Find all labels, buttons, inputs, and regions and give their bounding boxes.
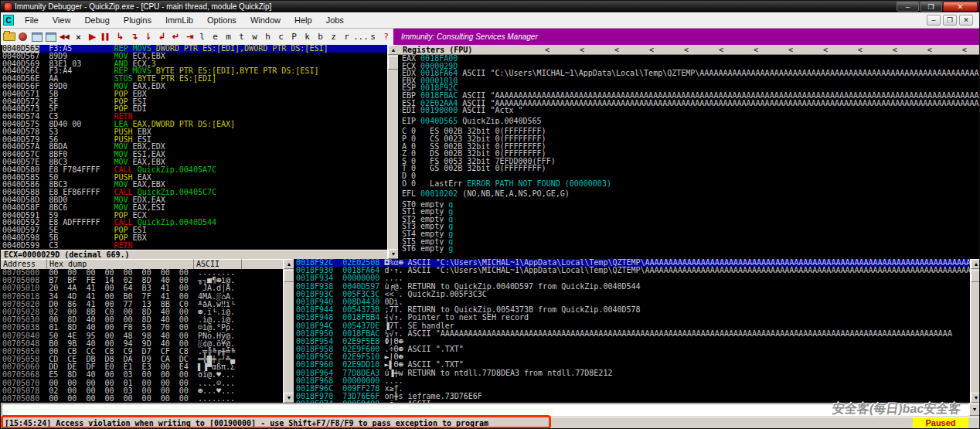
toolbar-letter-more[interactable]: ... bbox=[353, 32, 366, 42]
restart-button[interactable] bbox=[16, 30, 29, 44]
dump-col-hex[interactable]: Hex dump bbox=[47, 259, 194, 269]
register-row[interactable]: P 0 CS 0023 32bit 0(FFFFFFFF) bbox=[402, 135, 980, 143]
menu-window[interactable]: Window bbox=[243, 12, 288, 29]
stack-row[interactable]: 0018F938 0040D597 ù╒@. RETURN to QuickZi… bbox=[296, 283, 970, 291]
disasm-row[interactable]: 0040D58D 8BD0 MOV EDX,EAX bbox=[2, 196, 387, 204]
animate-over-button[interactable]: ↲ bbox=[155, 30, 168, 44]
register-row[interactable]: C 0 ES 002B 32bit 0(FFFFFFFF) bbox=[402, 128, 980, 135]
toolbar-letter-e[interactable]: e bbox=[209, 32, 222, 42]
disasm-row[interactable]: 0040D588 E8 EF86FFFF CALL QuickZip.00405… bbox=[2, 189, 387, 196]
disasm-row[interactable]: 0040D572 5E POP ESI bbox=[2, 98, 387, 106]
cpu-window-icon[interactable]: C bbox=[3, 15, 14, 26]
dump-row[interactable]: 00705018 34 4D 41 00 B0 7F 41 00 4MA.░⌂A… bbox=[2, 293, 283, 301]
register-row[interactable]: ST4 empty g bbox=[402, 230, 980, 238]
stack-row[interactable]: 0018F948 0018FBB4 ┤√↑. Pointer to next S… bbox=[296, 314, 970, 322]
menu-jobs[interactable]: Jobs bbox=[319, 12, 351, 29]
disasm-row[interactable]: 0040D575 8D40 00 LEA EAX,DWORD PTR DS:[E… bbox=[2, 121, 387, 128]
register-row[interactable]: ST2 empty g bbox=[402, 216, 980, 223]
register-row[interactable]: O 0 LastErr ERROR_PATH_NOT_FOUND (000000… bbox=[402, 180, 980, 188]
disasm-row[interactable]: 0040D571 5B POP EBX bbox=[2, 90, 387, 98]
register-row[interactable]: D 0 bbox=[402, 172, 980, 180]
menu-help[interactable]: Help bbox=[288, 12, 319, 29]
disasm-row[interactable]: 0040D585 50 PUSH EAX bbox=[2, 174, 387, 182]
register-row[interactable]: EFL 00010202 (NO,NB,NE,A,NS,PO,GE,G) bbox=[402, 190, 980, 198]
register-row[interactable]: EBX 00001010 bbox=[402, 77, 980, 85]
open-file-button[interactable] bbox=[2, 30, 15, 44]
register-row[interactable]: ST5 empty g bbox=[402, 238, 980, 246]
stack-row[interactable]: 0018F92C 02E02508 ◘%α☻ ASCII "C:\Users\M… bbox=[296, 259, 970, 267]
stack-row[interactable]: 0018F940 008D4430 0Dì. bbox=[296, 298, 970, 306]
disassembly-scrollbar[interactable]: ▲ ▼ bbox=[387, 45, 398, 259]
disasm-row[interactable]: 0040D569 83E1 03 AND ECX,3 bbox=[2, 60, 387, 68]
stack-row[interactable]: 0018F954 02E9F5E8 Φ⌡Θ☻ bbox=[296, 338, 970, 346]
restore-button[interactable]: ❐ bbox=[920, 2, 942, 12]
dump-col-address[interactable]: Address bbox=[1, 259, 47, 269]
stack-row[interactable]: 0018F94C 005437DE ▐7T. SE handler bbox=[296, 322, 970, 330]
stack-row[interactable]: 0018F964 77D8DEA3 ú▐╪w RETURN to ntdll.7… bbox=[296, 369, 970, 377]
scroll-thumb[interactable] bbox=[388, 56, 399, 70]
scroll-down-icon[interactable]: ▼ bbox=[284, 393, 294, 403]
memory-window-button[interactable] bbox=[44, 30, 57, 44]
register-row[interactable]: EDI 00190000 ASCII "Actx " bbox=[402, 107, 980, 114]
dump-row[interactable]: 00705000 00 00 00 00 00 00 00 00 .......… bbox=[2, 269, 283, 277]
disasm-row[interactable]: 0040D58F 8BC6 MOV EAX,ESI bbox=[2, 204, 387, 212]
toolbar-letter-s[interactable]: s bbox=[366, 32, 379, 42]
disasm-row[interactable]: 0040D565 F3:A5 REP MOVS DWORD PTR ES:[ED… bbox=[2, 45, 387, 53]
register-row[interactable]: ST6 empty g bbox=[402, 245, 980, 253]
windows-button[interactable] bbox=[30, 30, 43, 44]
rewind-button[interactable]: ◀◀ bbox=[58, 30, 71, 44]
stack-row[interactable]: 0018F930 0018FA64 d·↑. ASCII "C:\Users\M… bbox=[296, 267, 970, 274]
dump-row[interactable]: 00705060 DD DE DF E0 E1 E3 00 E4 ▌▐▀αßπ.… bbox=[2, 363, 283, 371]
toolbar-letter-k[interactable]: k bbox=[301, 32, 314, 42]
register-row[interactable]: ST0 empty g bbox=[402, 201, 980, 209]
register-row[interactable]: EAX 0018FA00 bbox=[402, 55, 980, 63]
disasm-row[interactable]: 0040D598 5B POP EBX bbox=[2, 234, 387, 242]
dump-col-ascii[interactable]: ASCII bbox=[194, 259, 242, 269]
disasm-row[interactable]: 0040D56F 89D0 MOV EAX,EDX bbox=[2, 83, 387, 90]
dump-row[interactable]: 00705030 00 8D 40 00 00 8D 40 00 .ì@..ì@… bbox=[2, 316, 283, 324]
run-button[interactable]: ▶ bbox=[86, 30, 99, 44]
scroll-down-icon[interactable]: ▼ bbox=[971, 393, 980, 403]
menu-file[interactable]: File bbox=[18, 12, 46, 29]
toolbar-letter-m[interactable]: m bbox=[222, 32, 235, 42]
menu-plugins[interactable]: Plugins bbox=[117, 12, 158, 29]
register-row[interactable]: ST1 empty g bbox=[402, 208, 980, 216]
toolbar-letter-P[interactable]: P bbox=[288, 32, 301, 42]
dump-row[interactable]: 00705080 00 00 00 00 00 00 00 00 .......… bbox=[2, 395, 283, 403]
step-into-button[interactable]: ↳ bbox=[114, 30, 127, 44]
scroll-up-icon[interactable]: ▲ bbox=[284, 259, 294, 269]
scroll-up-icon[interactable]: ▲ bbox=[388, 45, 399, 55]
dump-row[interactable]: 00705010 20 4A 41 00 64 B3 41 00 JA.d│A. bbox=[2, 284, 283, 292]
mdi-close-button[interactable]: ✕ bbox=[959, 15, 973, 26]
disasm-row[interactable]: 0040D599 C3 RETN bbox=[2, 242, 387, 250]
dump-row[interactable]: 00705058 CD CE DB D8 DA D9 CA DC ═╬█╪┌┘╩… bbox=[2, 356, 283, 363]
disasm-row[interactable]: 0040D580 E8 F784FFFF CALL QuickZip.00405… bbox=[2, 166, 387, 174]
disasm-row[interactable]: 0040D567 89D9 MOV ECX,EBX bbox=[2, 53, 387, 60]
register-row[interactable]: ESP 0018F92C bbox=[402, 84, 980, 92]
dump-row[interactable]: 00705050 00 CB CC C8 C9 D7 CF C8 .╦╠╚╔╫╧… bbox=[2, 348, 283, 356]
execute-till-user-button[interactable]: ⇥ bbox=[183, 30, 196, 44]
mdi-minimize-button[interactable]: – bbox=[927, 15, 941, 26]
disasm-row[interactable]: 0040D56C F3:A4 REP MOVS BYTE PTR ES:[EDI… bbox=[2, 67, 387, 75]
toolbar-letter-l[interactable]: l bbox=[196, 32, 209, 42]
step-over-button[interactable]: ↴ bbox=[128, 30, 141, 44]
disasm-row[interactable]: 0040D578 53 PUSH EBX bbox=[2, 128, 387, 136]
menu-debug[interactable]: Debug bbox=[77, 12, 116, 29]
close-process-button[interactable]: × bbox=[72, 30, 85, 44]
disasm-row[interactable]: 0040D56E AA STOS BYTE PTR ES:[EDI] bbox=[2, 75, 387, 83]
toolbar-letter-h[interactable]: h bbox=[261, 32, 274, 42]
stack-row[interactable]: 0018F950 0018FBAC ¼√↑. ASCII "AAAAAAAAAA… bbox=[296, 330, 970, 338]
toolbar-letter-c[interactable]: c bbox=[274, 32, 288, 42]
toolbar-letter-r[interactable]: r bbox=[340, 32, 353, 42]
scroll-thumb[interactable] bbox=[971, 270, 980, 282]
animate-into-button[interactable]: ⇂ bbox=[141, 30, 155, 44]
pause-button[interactable]: ▌▌ bbox=[100, 30, 113, 44]
dump-row[interactable]: 00705070 00 00 00 00 01 00 00 00 ....☺..… bbox=[2, 380, 283, 387]
toolbar-letter-t[interactable]: t bbox=[235, 32, 248, 42]
menu-immlib[interactable]: ImmLib bbox=[158, 12, 200, 29]
scroll-thumb[interactable] bbox=[284, 270, 294, 282]
command-input[interactable] bbox=[2, 403, 969, 416]
register-row[interactable]: EIP 0040D565 QuickZip.0040D565 bbox=[402, 117, 980, 125]
close-button[interactable]: ✕ bbox=[943, 2, 978, 12]
register-row[interactable]: T 0 GS 002B 32bit 0(FFFFFFFF) bbox=[402, 165, 980, 172]
